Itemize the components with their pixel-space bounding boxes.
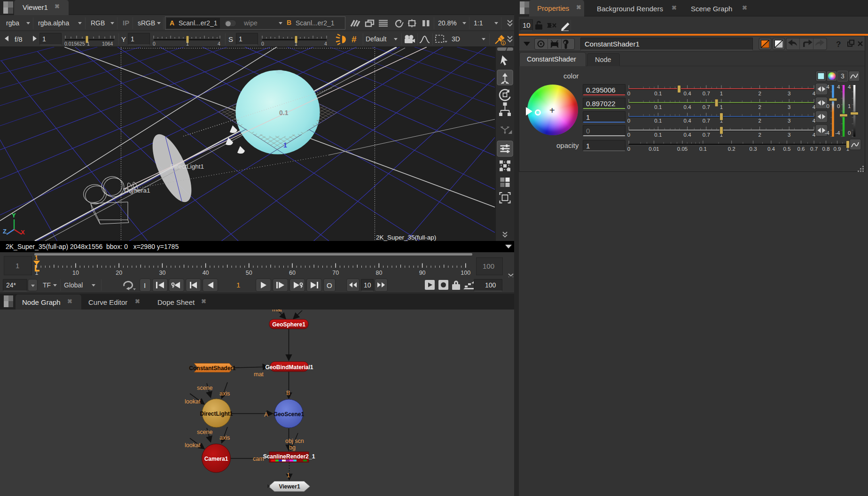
svg-text:-4: -4 — [825, 130, 830, 136]
svg-text:3: 3 — [841, 72, 845, 80]
svg-text:1: 1 — [295, 41, 297, 46]
svg-text:A: A — [264, 411, 268, 418]
svg-text:O: O — [327, 281, 332, 289]
svg-text:4: 4 — [324, 41, 327, 46]
svg-text:0.4: 0.4 — [684, 91, 692, 96]
svg-text:0: 0 — [627, 118, 630, 124]
svg-text:1: 1 — [720, 91, 723, 96]
svg-text:1064: 1064 — [102, 41, 113, 46]
svg-text:0.3: 0.3 — [750, 146, 757, 152]
svg-text:10: 10 — [72, 270, 79, 276]
svg-text:0: 0 — [627, 104, 630, 110]
svg-text:0: 0 — [627, 91, 630, 96]
svg-text:80: 80 — [375, 270, 382, 276]
svg-text:Camera1: Camera1 — [204, 456, 228, 462]
svg-text:0.7: 0.7 — [703, 104, 710, 110]
svg-text:Viewer1: Viewer1 — [279, 483, 300, 490]
svg-text:Camera1: Camera1 — [124, 187, 150, 194]
svg-text:ConstantShader1: ConstantShader1 — [189, 365, 236, 372]
svg-text:0.4: 0.4 — [767, 146, 775, 152]
svg-text:GeoSphere1: GeoSphere1 — [272, 321, 305, 328]
svg-text:90: 90 — [419, 270, 426, 276]
svg-text:2: 2 — [758, 104, 761, 110]
svg-text:1: 1 — [87, 41, 90, 46]
svg-text:DirectLight1: DirectLight1 — [170, 163, 204, 170]
svg-text:axis: axis — [219, 434, 230, 441]
svg-text:axis: axis — [219, 390, 230, 397]
svg-text:I: I — [144, 281, 146, 289]
svg-text:scene: scene — [197, 385, 212, 391]
svg-text:GeoScene1: GeoScene1 — [274, 411, 305, 418]
svg-text:mat: mat — [272, 310, 282, 313]
svg-text:0: 0 — [261, 41, 264, 46]
svg-text:0: 0 — [827, 103, 829, 109]
svg-text:2: 2 — [758, 132, 761, 138]
svg-text:0.9: 0.9 — [834, 146, 841, 152]
svg-text:0.015625: 0.015625 — [64, 41, 85, 46]
svg-text:60: 60 — [289, 270, 296, 276]
svg-text:1: 1 — [186, 41, 189, 46]
svg-text:GeoBindMaterial1: GeoBindMaterial1 — [265, 364, 313, 371]
svg-text:40: 40 — [203, 270, 209, 276]
svg-text:0.7: 0.7 — [703, 91, 710, 96]
svg-text:2: 2 — [758, 91, 761, 96]
svg-text:2: 2 — [758, 118, 761, 124]
svg-text:0.4: 0.4 — [684, 104, 692, 110]
svg-text:4: 4 — [827, 84, 830, 90]
svg-text:0: 0 — [848, 130, 851, 136]
svg-text:lookat: lookat — [185, 442, 201, 449]
svg-text:ScanlineRender2_1: ScanlineRender2_1 — [263, 453, 315, 460]
svg-text:0.7: 0.7 — [703, 118, 710, 124]
svg-text:70: 70 — [332, 270, 339, 276]
svg-text:B: B — [286, 390, 290, 396]
svg-text:0.1: 0.1 — [654, 104, 662, 110]
svg-text:cam: cam — [253, 456, 264, 462]
svg-text:0.1: 0.1 — [699, 146, 707, 152]
svg-text:3: 3 — [788, 132, 790, 138]
svg-text:3: 3 — [788, 104, 790, 110]
svg-text:0.01: 0.01 — [649, 146, 659, 152]
svg-text:0.6: 0.6 — [798, 146, 805, 152]
svg-text:30: 30 — [159, 270, 165, 276]
svg-text:mat: mat — [254, 371, 264, 378]
svg-text:0.4: 0.4 — [684, 132, 692, 138]
svg-text:2K_Super_35(full-ap): 2K_Super_35(full-ap) — [376, 234, 436, 241]
svg-text:0.05: 0.05 — [677, 146, 688, 152]
svg-text:4: 4 — [837, 84, 840, 90]
svg-text:3: 3 — [788, 91, 790, 96]
svg-text:0.7: 0.7 — [703, 132, 710, 138]
svg-text:4: 4 — [218, 41, 220, 46]
svg-text:0.1: 0.1 — [654, 118, 662, 124]
svg-text:-4: -4 — [835, 130, 840, 136]
svg-text:Z: Z — [3, 228, 7, 235]
svg-text:50: 50 — [246, 270, 252, 276]
svg-text:0.1: 0.1 — [654, 91, 662, 96]
svg-text:0: 0 — [837, 103, 840, 109]
svg-text:100: 100 — [461, 270, 470, 276]
svg-text:3: 3 — [788, 118, 790, 124]
svg-text:X: X — [21, 229, 25, 236]
svg-text:0.7: 0.7 — [810, 146, 818, 152]
svg-text:20: 20 — [116, 270, 122, 276]
svg-text:1: 1 — [720, 104, 723, 110]
svg-text:1: 1 — [848, 103, 851, 109]
svg-text:0.8: 0.8 — [822, 146, 830, 152]
svg-text:bg: bg — [289, 444, 296, 451]
svg-text:scene: scene — [197, 429, 212, 435]
svg-text:0: 0 — [627, 132, 630, 138]
svg-text:obj scn: obj scn — [285, 438, 304, 444]
svg-text:0: 0 — [153, 41, 156, 46]
svg-text:0.2: 0.2 — [728, 146, 735, 152]
svg-text:0: 0 — [627, 146, 630, 152]
svg-text:DirectLight1: DirectLight1 — [200, 411, 233, 417]
svg-text:1: 1 — [287, 472, 290, 479]
svg-text:lookat: lookat — [185, 398, 201, 405]
svg-text:1: 1 — [283, 141, 287, 149]
svg-text:Y: Y — [12, 212, 16, 219]
svg-text:0.1: 0.1 — [654, 132, 662, 138]
svg-text:0.4: 0.4 — [684, 118, 692, 124]
svg-text:0.1: 0.1 — [279, 109, 289, 116]
svg-text:1: 1 — [35, 255, 38, 261]
svg-text:0.5: 0.5 — [783, 146, 790, 152]
svg-text:4: 4 — [848, 84, 851, 90]
